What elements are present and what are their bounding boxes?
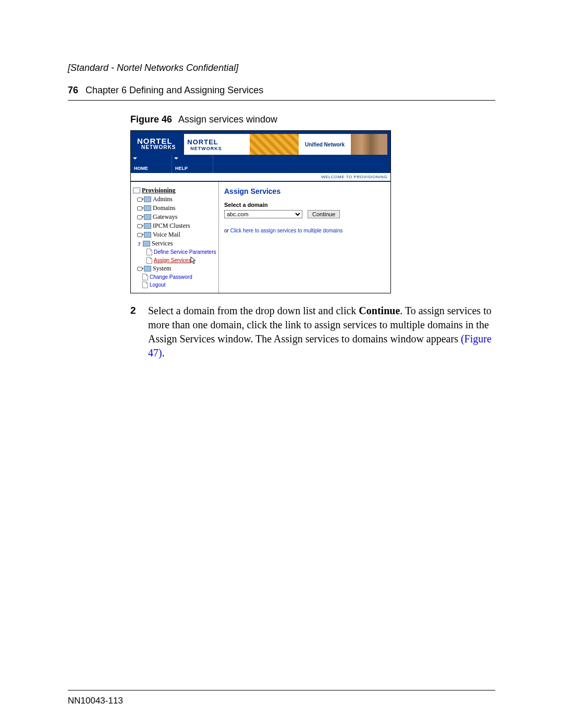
tree-item-domains[interactable]: Domains [133,204,216,213]
welcome-bar: WELCOME TO PROVISIONING [131,173,390,182]
or-text: or [224,228,229,233]
content-pane: Assign Services Select a domain abc.com … [219,182,390,293]
header-banner: NORTEL NETWORKS Unified Network [184,134,387,155]
folder-icon [144,196,151,202]
page-footer: NN10043-113 [68,690,495,706]
app-body: Provisioning Admins Domains Gateways [131,182,390,293]
tree-item-gateways[interactable]: Gateways [133,213,216,221]
step-text-3: . [162,347,165,359]
expand-icon: ? [137,241,141,247]
multi-domain-link[interactable]: Click here to assign services to multipl… [230,228,343,233]
continue-button[interactable] [308,210,340,218]
key-icon [137,206,142,211]
banner-pattern [250,134,299,155]
page-icon [146,249,152,255]
banner-photo [351,134,387,155]
tree-item-voicemail[interactable]: Voice Mail [133,230,216,239]
nav-tree: Provisioning Admins Domains Gateways [131,182,219,293]
page-icon [142,281,148,288]
menu-help[interactable]: HELP [172,155,213,173]
document-id: NN10043-113 [68,696,495,706]
tree-label: Change Password [150,274,192,280]
tree-item-system[interactable]: System [133,264,216,273]
header-logo: NORTEL NETWORKS [134,134,179,155]
key-icon [137,267,142,271]
key-icon [137,233,142,237]
key-icon [137,215,142,219]
tree-item-admins[interactable]: Admins [133,195,216,204]
banner-logo: NORTEL NETWORKS [184,138,250,151]
tree-label: Define Service Parameters [154,249,216,255]
or-line: or Click here to assign services to mult… [224,228,385,233]
tree-label: System [153,265,171,273]
banner-logo-line1: NORTEL [187,138,250,146]
menu-home[interactable]: HOME [131,155,172,173]
menu-spacer [213,155,390,173]
folder-open-icon [133,188,140,193]
tree-label: Admins [153,195,173,203]
chapter-title: Chapter 6 Defining and Assigning Service… [85,85,263,95]
folder-icon [144,223,151,229]
screenshot-window: NORTEL NETWORKS NORTEL NETWORKS Unified … [130,130,391,293]
banner-tagline: Unified Network [299,142,351,147]
logo-line2: NETWORKS [141,145,176,150]
folder-icon [144,214,151,220]
tree-label: Domains [153,204,175,212]
menu-home-label: HOME [131,166,172,173]
banner-logo-line2: NETWORKS [190,146,250,151]
tree-item-assign-services[interactable]: Assign Services [133,256,216,264]
tree-label: Logout [150,282,166,288]
footer-rule [68,690,495,690]
step-text-1: Select a domain from the drop down list … [148,305,359,316]
figure-title: Assign services window [178,114,277,125]
page-icon [142,274,148,280]
folder-icon [144,232,151,238]
select-domain-label: Select a domain [224,202,385,208]
figure-caption: Figure 46Assign services window [130,114,495,125]
header-rule [68,100,495,101]
folder-icon [144,266,151,272]
page-icon [146,257,152,264]
folder-icon [144,205,151,211]
tree-label: IPCM Clusters [153,222,190,230]
tree-item-logout[interactable]: Logout [133,281,216,289]
tree-item-define-params[interactable]: Define Service Parameters [133,248,216,256]
confidential-notice: [Standard - Nortel Networks Confidential… [68,63,495,73]
chevron-down-icon [174,157,178,159]
key-icon [137,224,142,228]
chapter-line: 76Chapter 6 Defining and Assigning Servi… [68,85,495,96]
step-2: 2 Select a domain from the drop down lis… [130,304,495,360]
tree-label: Services [152,240,173,248]
step-bold: Continue [359,305,400,316]
page-number: 76 [68,85,78,95]
domain-select[interactable]: abc.com [224,210,302,218]
tree-item-services[interactable]: ? Services [133,239,216,248]
figure-label: Figure 46 [130,114,172,125]
tree-label: Assign Services [154,257,191,263]
menu-bar: HOME HELP [131,155,390,173]
chevron-down-icon [133,157,137,159]
tree-root-label: Provisioning [142,187,175,194]
tree-label: Voice Mail [153,231,180,239]
menu-help-label: HELP [172,166,213,173]
tree-item-ipcm[interactable]: IPCM Clusters [133,221,216,230]
folder-icon [143,241,150,246]
tree-root[interactable]: Provisioning [133,186,216,195]
logo-line1: NORTEL [137,137,176,145]
key-icon [137,198,142,202]
step-text: Select a domain from the drop down list … [148,304,495,360]
app-header: NORTEL NETWORKS NORTEL NETWORKS Unified … [131,131,390,155]
tree-item-change-password[interactable]: Change Password [133,273,216,281]
cursor-icon [190,256,197,264]
content-title: Assign Services [224,187,385,195]
step-number: 2 [130,304,148,360]
tree-label: Gateways [153,213,177,221]
